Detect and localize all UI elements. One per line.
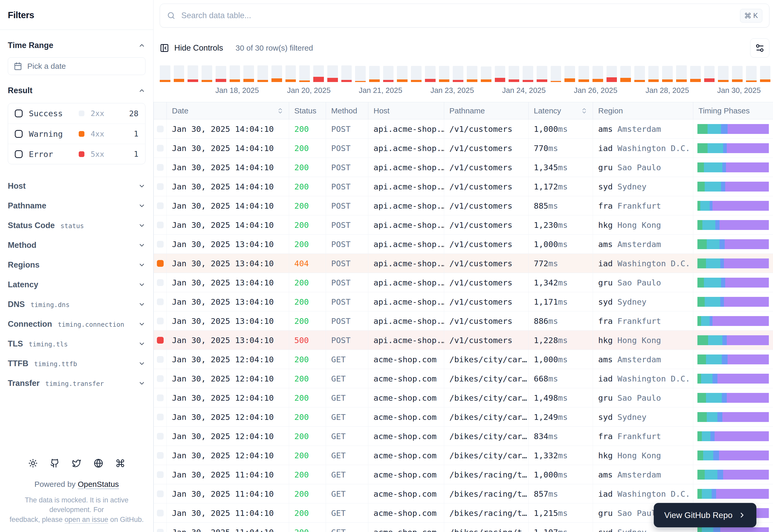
- hide-controls-button[interactable]: Hide Controls: [160, 43, 223, 53]
- histogram-bar[interactable]: [746, 66, 757, 82]
- filter-accordion-item[interactable]: TLS timing.tls: [8, 334, 145, 354]
- histogram-bar[interactable]: [160, 65, 170, 82]
- table-row[interactable]: Jan 30, 2025 14:04:10 200 POST api.acme-…: [154, 177, 773, 196]
- histogram-bar[interactable]: [313, 65, 324, 82]
- view-options-button[interactable]: [750, 38, 769, 58]
- date-picker-button[interactable]: Pick a date: [8, 57, 145, 75]
- histogram-bar[interactable]: [187, 65, 198, 82]
- table-row[interactable]: Jan 30, 2025 12:04:10 200 GET acme-shop.…: [154, 407, 773, 427]
- table-row[interactable]: Jan 30, 2025 13:04:10 500 POST api.acme-…: [154, 331, 773, 350]
- command-icon[interactable]: [115, 459, 125, 468]
- histogram-bar[interactable]: [286, 65, 296, 82]
- result-checkbox[interactable]: [15, 130, 23, 138]
- row-level-indicator[interactable]: [157, 202, 163, 209]
- row-level-indicator[interactable]: [157, 452, 163, 459]
- table-row[interactable]: Jan 30, 2025 13:04:10 200 POST api.acme-…: [154, 292, 773, 311]
- histogram-bar[interactable]: [578, 66, 589, 82]
- row-level-indicator[interactable]: [157, 126, 163, 132]
- histogram-bar[interactable]: [593, 66, 603, 82]
- view-github-repo-button[interactable]: View GitHub Repo: [654, 503, 756, 527]
- row-level-indicator[interactable]: [157, 298, 163, 305]
- header-status[interactable]: Status: [289, 102, 326, 119]
- header-method[interactable]: Method: [326, 102, 368, 119]
- histogram-bar[interactable]: [495, 66, 505, 82]
- histogram-bar[interactable]: [425, 66, 436, 82]
- histogram-bar[interactable]: [537, 66, 547, 82]
- histogram-bar[interactable]: [327, 65, 338, 82]
- histogram-bar[interactable]: [607, 66, 617, 82]
- histogram-bar[interactable]: [272, 65, 282, 82]
- histogram-bar[interactable]: [244, 65, 254, 82]
- row-level-indicator[interactable]: [157, 394, 163, 401]
- table-row[interactable]: Jan 30, 2025 14:04:10 200 POST api.acme-…: [154, 158, 773, 177]
- row-level-indicator[interactable]: [157, 510, 163, 516]
- row-level-indicator[interactable]: [157, 279, 163, 286]
- header-host[interactable]: Host: [368, 102, 444, 119]
- histogram-bar[interactable]: [369, 66, 380, 82]
- result-option[interactable]: Error 5xx 1: [8, 144, 145, 164]
- histogram-bar[interactable]: [704, 66, 715, 82]
- table-row[interactable]: Jan 30, 2025 14:04:10 200 POST api.acme-…: [154, 215, 773, 235]
- histogram-bar[interactable]: [648, 66, 659, 82]
- histogram-bar[interactable]: [174, 65, 184, 82]
- header-region[interactable]: Region: [593, 102, 693, 119]
- histogram-bar[interactable]: [522, 66, 533, 82]
- table-row[interactable]: Jan 30, 2025 13:04:10 200 POST api.acme-…: [154, 311, 773, 331]
- histogram-bar[interactable]: [508, 66, 519, 82]
- row-level-indicator[interactable]: [157, 375, 163, 382]
- row-level-indicator[interactable]: [157, 145, 163, 152]
- histogram-bar[interactable]: [299, 65, 310, 82]
- filter-accordion-item[interactable]: Status Code status: [8, 216, 145, 235]
- twitter-icon[interactable]: [72, 459, 81, 468]
- row-level-indicator[interactable]: [157, 414, 163, 420]
- open-issue-link[interactable]: open an issue: [64, 516, 108, 523]
- row-level-indicator[interactable]: [157, 337, 163, 344]
- header-latency[interactable]: Latency: [528, 102, 593, 119]
- histogram-bar[interactable]: [439, 66, 450, 82]
- filter-accordion-item[interactable]: Pathname: [8, 196, 145, 216]
- filter-accordion-item[interactable]: Host: [8, 176, 145, 196]
- header-timing-phases[interactable]: Timing Phases: [693, 102, 773, 119]
- row-level-indicator[interactable]: [157, 433, 163, 440]
- result-section-header[interactable]: Result: [8, 86, 145, 95]
- histogram-bar[interactable]: [341, 65, 352, 82]
- row-level-indicator[interactable]: [157, 490, 163, 497]
- header-pathname[interactable]: Pathname: [444, 102, 528, 119]
- table-row[interactable]: Jan 30, 2025 12:04:10 200 GET acme-shop.…: [154, 446, 773, 465]
- table-row[interactable]: Jan 30, 2025 14:04:10 200 POST api.acme-…: [154, 119, 773, 139]
- row-level-indicator[interactable]: [157, 183, 163, 190]
- openstatus-link[interactable]: OpenStatus: [78, 480, 119, 488]
- histogram-bar[interactable]: [258, 65, 268, 82]
- globe-icon[interactable]: [94, 459, 103, 468]
- filter-accordion-item[interactable]: DNS timing.dns: [8, 295, 145, 314]
- histogram-bar[interactable]: [732, 66, 743, 82]
- table-row[interactable]: Jan 30, 2025 12:04:10 200 GET acme-shop.…: [154, 388, 773, 407]
- table-row[interactable]: Jan 30, 2025 14:04:10 200 POST api.acme-…: [154, 139, 773, 158]
- search-input[interactable]: Search data table... K: [160, 4, 769, 28]
- row-level-indicator[interactable]: [157, 318, 163, 324]
- table-row[interactable]: Jan 30, 2025 13:04:10 200 POST api.acme-…: [154, 273, 773, 292]
- histogram-bar[interactable]: [634, 66, 645, 82]
- table-row[interactable]: Jan 30, 2025 12:04:10 200 GET acme-shop.…: [154, 427, 773, 446]
- histogram-bar[interactable]: [564, 66, 575, 82]
- filter-accordion-item[interactable]: Method: [8, 235, 145, 255]
- table-row[interactable]: Jan 30, 2025 14:04:10 200 POST api.acme-…: [154, 196, 773, 215]
- row-level-indicator[interactable]: [157, 260, 163, 267]
- table-row[interactable]: Jan 30, 2025 11:04:10 200 GET acme-shop.…: [154, 484, 773, 503]
- histogram-bar[interactable]: [355, 66, 366, 82]
- histogram-bar[interactable]: [216, 66, 226, 82]
- histogram-bar[interactable]: [718, 66, 729, 82]
- histogram-bar[interactable]: [481, 66, 491, 82]
- header-date[interactable]: Date: [167, 102, 289, 119]
- table-row[interactable]: Jan 30, 2025 12:04:10 200 GET acme-shop.…: [154, 369, 773, 388]
- histogram-bar[interactable]: [620, 66, 631, 82]
- filter-accordion-item[interactable]: Latency: [8, 275, 145, 295]
- result-option[interactable]: Success 2xx 28: [8, 103, 145, 124]
- table-row[interactable]: Jan 30, 2025 11:04:10 200 GET acme-shop.…: [154, 465, 773, 484]
- table-row[interactable]: Jan 30, 2025 13:04:10 404 POST api.acme-…: [154, 254, 773, 273]
- row-level-indicator[interactable]: [157, 222, 163, 228]
- histogram-bar[interactable]: [551, 66, 561, 82]
- time-range-section-header[interactable]: Time Range: [8, 41, 145, 50]
- table-row[interactable]: Jan 30, 2025 13:04:10 200 POST api.acme-…: [154, 235, 773, 254]
- filter-accordion-item[interactable]: Connection timing.connection: [8, 314, 145, 334]
